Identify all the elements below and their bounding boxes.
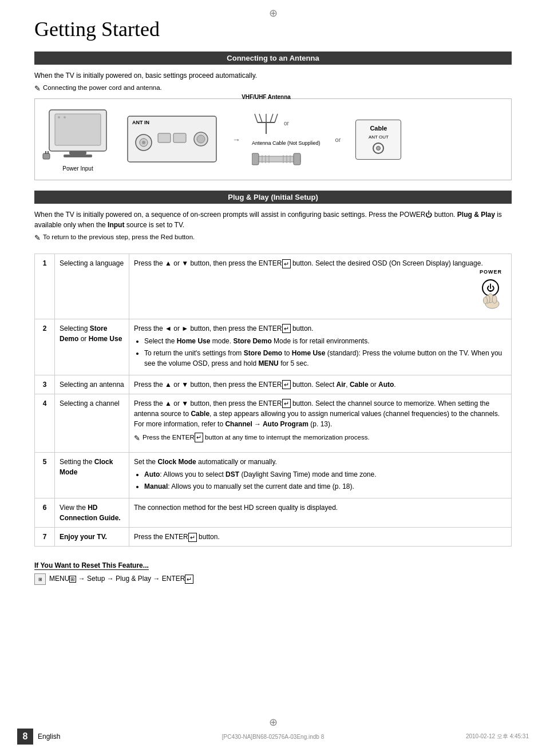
step-7-num: 7 [35,528,55,547]
note-pencil-icon: ✎ [34,84,41,93]
step-5-desc: Set the Clock Mode automatically or manu… [129,453,512,498]
or-label-top: or [284,120,289,126]
step-4-label: Selecting a channel [55,394,129,453]
step-6-num: 6 [35,498,55,528]
ant-in-panel: ANT IN [126,115,218,164]
reset-section: If You Want to Reset This Feature... ⊞ M… [34,561,512,585]
footer-date: 2010-02-12 오후 4:45:31 [466,733,529,741]
svg-text:⏻: ⏻ [486,283,494,292]
step-5-num: 5 [35,453,55,498]
step-3-num: 3 [35,375,55,394]
antenna-section-header: Connecting to an Antenna [34,52,512,65]
svg-line-23 [270,114,273,122]
power-word: POWER [475,268,507,276]
cable-box-area: Cable ANT OUT [355,120,401,160]
step-2-desc: Press the ◄ or ► button, then press the … [129,319,512,375]
menu-box-icon: ⊞ [69,576,76,583]
page-footer: 8 English [PC430-NA]BN68-02576A-03Eng.in… [0,729,546,745]
svg-rect-7 [45,151,46,154]
svg-text:ANT IN: ANT IN [132,120,149,125]
enter-icon-4: ↵ [282,399,291,408]
antenna-svg [252,111,280,134]
svg-point-13 [142,141,145,144]
svg-rect-26 [252,153,259,165]
svg-rect-14 [158,133,171,143]
step-3-label: Selecting an antenna [55,375,129,394]
step-4-desc: Press the ▲ or ▼ button, then press the … [129,394,512,453]
step-4-note-text: Press the ENTER↵ button at any time to i… [143,433,370,442]
tv-svg [46,107,109,164]
step-2-row: 2 Selecting Store Demo or Home Use Press… [35,319,512,375]
step-2-label: Selecting Store Demo or Home Use [55,319,129,375]
step-6-row: 6 View the HD Connection Guide. The conn… [35,498,512,528]
step-5-bullet-2: Manual: Allows you to manually set the c… [144,481,507,492]
footer-file: [PC430-NA]BN68-02576A-03Eng.indb 8 [222,734,324,740]
svg-rect-25 [252,156,300,162]
svg-line-24 [275,114,278,122]
antenna-section: Connecting to an Antenna When the TV is … [34,52,512,180]
compass-top-icon: ⊕ [269,7,278,19]
vhf-antenna-area: VHF/UHF Antenna [252,111,280,136]
plug-play-intro: When the TV is initially powered on, a s… [34,209,512,230]
cable-out-circle [373,143,384,154]
page-number: 8 [17,729,33,745]
reset-cmd-text: MENU⊞ → Setup → Plug & Play → ENTER↵ [49,575,193,584]
plug-play-note: ✎ To return to the previous step, press … [34,233,512,242]
power-button-diagram: POWER ⏻ [475,268,507,315]
step-5-label: Setting the Clock Mode [55,453,129,498]
power-hand-svg: ⏻ [475,278,507,312]
svg-point-17 [197,135,205,143]
step-3-row: 3 Selecting an antenna Press the ▲ or ▼ … [35,375,512,394]
step-7-label: Enjoy your TV. [55,528,129,547]
cable-box-label: Cable [370,125,387,132]
enter-icon-7: ↵ [188,533,197,542]
step-4-num: 4 [35,394,55,453]
cable-connectors: VHF/UHF Antenna or [252,111,321,168]
page-title: Getting Started [34,17,512,41]
step-2-num: 2 [35,319,55,375]
svg-point-39 [484,297,488,304]
svg-point-2 [58,116,60,118]
arrow-right-icon: → [232,135,240,144]
step-7-desc: Press the ENTER↵ button. [129,528,512,547]
enter-icon: ↵ [282,259,291,268]
cable-connector-svg [252,151,303,168]
svg-rect-27 [294,153,300,165]
antenna-diagram: Power Input ANT IN [34,98,512,180]
power-plug-icon [41,150,52,161]
step-4-note: ✎ Press the ENTER↵ button at any time to… [134,433,507,444]
step-4-row: 4 Selecting a channel Press the ▲ or ▼ b… [35,394,512,453]
steps-container: 1 Selecting a language Press the ▲ or ▼ … [34,247,512,553]
plug-play-header: Plug & Play (Initial Setup) [34,191,512,204]
steps-table: 1 Selecting a language Press the ▲ or ▼ … [34,254,512,547]
antenna-intro-text: When the TV is initially powered on, bas… [34,70,512,81]
enter-icon-reset: ↵ [185,575,193,584]
antenna-cable-label: Antenna Cable (Not Supplied) [252,140,321,146]
step-1-num: 1 [35,254,55,319]
svg-rect-8 [48,151,49,154]
note-pencil-icon-2: ✎ [34,233,41,242]
svg-point-3 [64,116,66,118]
step-5-bullets: Auto: Allows you to select DST (Daylight… [134,469,507,492]
step-1-row: 1 Selecting a language Press the ▲ or ▼ … [35,254,512,319]
antenna-note-text: Connecting the power cord and antenna. [43,84,162,91]
vhf-connector-row: VHF/UHF Antenna or [252,111,321,136]
power-input-label: Power Input [62,165,93,172]
svg-rect-4 [69,151,86,155]
plug-play-section: Plug & Play (Initial Setup) When the TV … [34,191,512,585]
step-2-bullet-2: To return the unit's settings from Store… [144,348,507,369]
svg-rect-15 [173,133,186,143]
step-2-bullets: Select the Home Use mode. Store Demo Mod… [134,336,507,369]
svg-line-21 [259,114,262,122]
step-5-bullet-1: Auto: Allows you to select DST (Daylight… [144,469,507,480]
reset-title: If You Want to Reset This Feature... [34,561,149,570]
antenna-note: ✎ Connecting the power cord and antenna. [34,84,512,93]
tv-illustration: Power Input [46,107,109,172]
footer-language: English [38,733,60,741]
step-1-label: Selecting a language [55,254,129,319]
step-7-row: 7 Enjoy your TV. Press the ENTER↵ button… [35,528,512,547]
menu-icon: ⊞ [34,573,46,585]
page: ⊕ Getting Started Connecting to an Anten… [0,0,546,756]
svg-rect-5 [64,155,92,157]
step-1-desc: Press the ▲ or ▼ button, then press the … [129,254,512,319]
